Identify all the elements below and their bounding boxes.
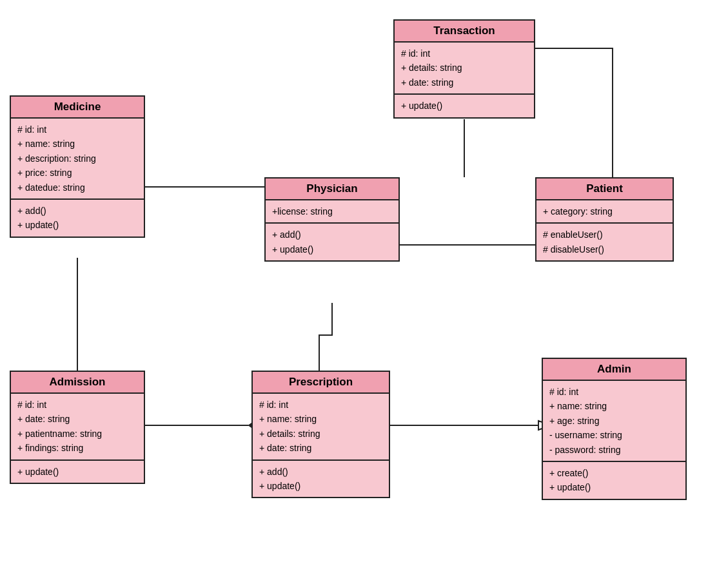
admission-title: Admission bbox=[11, 372, 144, 394]
prescription-attr-1: + name: string bbox=[259, 412, 382, 426]
admission-attributes: # id: int + date: string + patientname: … bbox=[11, 394, 144, 461]
prescription-attributes: # id: int + name: string + details: stri… bbox=[253, 394, 389, 461]
patient-title: Patient bbox=[536, 179, 673, 200]
medicine-attr-4: + datedue: string bbox=[17, 180, 137, 195]
physician-attributes: +license: string bbox=[266, 200, 398, 224]
patient-attr-0: + category: string bbox=[543, 204, 666, 218]
physician-class: Physician +license: string + add() + upd… bbox=[264, 177, 400, 262]
medicine-attr-1: + name: string bbox=[17, 137, 137, 151]
admin-attr-0: # id: int bbox=[549, 385, 679, 399]
transaction-class: Transaction # id: int + details: string … bbox=[393, 19, 535, 119]
admin-title: Admin bbox=[543, 359, 685, 381]
prescription-attr-3: + date: string bbox=[259, 441, 382, 455]
transaction-attr-2: + date: string bbox=[401, 75, 527, 90]
admin-attr-4: - password: string bbox=[549, 443, 679, 457]
medicine-method-1: + update() bbox=[17, 218, 137, 232]
prescription-method-0: + add() bbox=[259, 465, 382, 479]
admission-attr-3: + findings: string bbox=[17, 441, 137, 455]
medicine-title: Medicine bbox=[11, 97, 144, 119]
admin-methods: + create() + update() bbox=[543, 462, 685, 499]
transaction-attributes: # id: int + details: string + date: stri… bbox=[395, 43, 534, 95]
prescription-method-1: + update() bbox=[259, 479, 382, 493]
medicine-method-0: + add() bbox=[17, 204, 137, 218]
prescription-title: Prescription bbox=[253, 372, 389, 394]
admission-attr-2: + patientname: string bbox=[17, 427, 137, 441]
patient-methods: # enableUser() # disableUser() bbox=[536, 224, 673, 260]
patient-class: Patient + category: string # enableUser(… bbox=[535, 177, 674, 262]
patient-method-1: # disableUser() bbox=[543, 242, 666, 256]
physician-method-0: + add() bbox=[272, 227, 392, 242]
medicine-attr-2: + description: string bbox=[17, 151, 137, 166]
transaction-title: Transaction bbox=[395, 21, 534, 43]
prescription-class: Prescription # id: int + name: string + … bbox=[251, 371, 390, 498]
physician-attr-0: +license: string bbox=[272, 204, 392, 218]
physician-method-1: + update() bbox=[272, 242, 392, 256]
prescription-attr-0: # id: int bbox=[259, 398, 382, 412]
admin-attributes: # id: int + name: string + age: string -… bbox=[543, 381, 685, 462]
admission-attr-0: # id: int bbox=[17, 398, 137, 412]
admin-method-0: + create() bbox=[549, 466, 679, 480]
medicine-attr-3: + price: string bbox=[17, 166, 137, 180]
admission-attr-1: + date: string bbox=[17, 412, 137, 426]
admission-method-0: + update() bbox=[17, 465, 137, 479]
prescription-methods: + add() + update() bbox=[253, 461, 389, 498]
medicine-attributes: # id: int + name: string + description: … bbox=[11, 119, 144, 200]
admin-attr-2: + age: string bbox=[549, 414, 679, 428]
admin-attr-3: - username: string bbox=[549, 428, 679, 442]
admin-class: Admin # id: int + name: string + age: st… bbox=[542, 358, 687, 500]
prescription-attr-2: + details: string bbox=[259, 427, 382, 441]
medicine-attr-0: # id: int bbox=[17, 122, 137, 137]
patient-attributes: + category: string bbox=[536, 200, 673, 224]
admin-method-1: + update() bbox=[549, 480, 679, 494]
transaction-attr-1: + details: string bbox=[401, 61, 527, 75]
physician-methods: + add() + update() bbox=[266, 224, 398, 260]
medicine-class: Medicine # id: int + name: string + desc… bbox=[10, 95, 145, 238]
admission-class: Admission # id: int + date: string + pat… bbox=[10, 371, 145, 484]
patient-method-0: # enableUser() bbox=[543, 227, 666, 242]
admission-methods: + update() bbox=[11, 461, 144, 483]
diagram-container: Medicine # id: int + name: string + desc… bbox=[0, 0, 728, 580]
admin-attr-1: + name: string bbox=[549, 399, 679, 413]
transaction-method-0: + update() bbox=[401, 99, 527, 113]
medicine-methods: + add() + update() bbox=[11, 200, 144, 237]
physician-title: Physician bbox=[266, 179, 398, 200]
transaction-methods: + update() bbox=[395, 95, 534, 117]
transaction-attr-0: # id: int bbox=[401, 46, 527, 61]
